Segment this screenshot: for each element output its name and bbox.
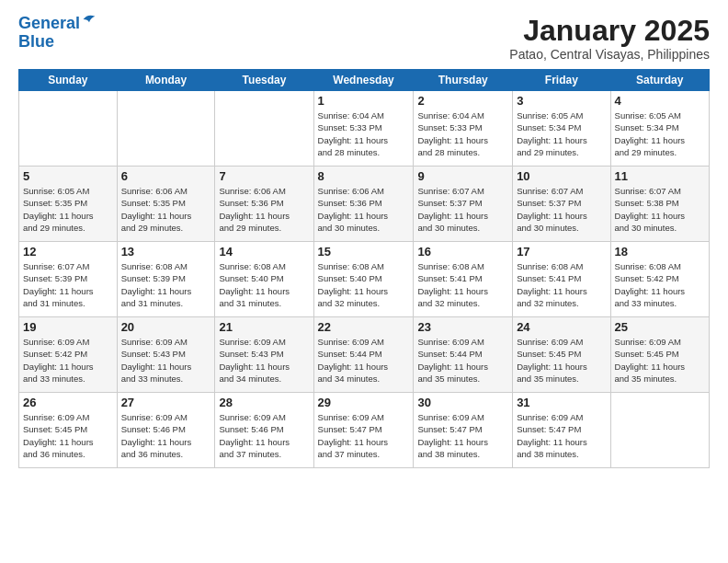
title-block: January 2025 Patao, Central Visayas, Phi… — [509, 15, 710, 62]
cell-info: Sunrise: 6:05 AM Sunset: 5:34 PM Dayligh… — [517, 109, 606, 158]
cal-cell: 30Sunrise: 6:09 AM Sunset: 5:47 PM Dayli… — [414, 393, 513, 468]
cal-cell: 19Sunrise: 6:09 AM Sunset: 5:42 PM Dayli… — [19, 317, 118, 393]
cell-info: Sunrise: 6:09 AM Sunset: 5:45 PM Dayligh… — [615, 336, 705, 385]
day-number: 6 — [121, 169, 211, 183]
header-sunday: Sunday — [19, 70, 118, 91]
cell-info: Sunrise: 6:08 AM Sunset: 5:41 PM Dayligh… — [417, 260, 508, 309]
header-monday: Monday — [117, 70, 215, 91]
cal-cell: 25Sunrise: 6:09 AM Sunset: 5:45 PM Dayli… — [610, 317, 709, 393]
week-row-3: 12Sunrise: 6:07 AM Sunset: 5:39 PM Dayli… — [19, 242, 710, 317]
week-row-1: 1Sunrise: 6:04 AM Sunset: 5:33 PM Daylig… — [19, 91, 710, 167]
day-number: 3 — [517, 94, 606, 108]
cell-info: Sunrise: 6:08 AM Sunset: 5:42 PM Dayligh… — [615, 260, 705, 309]
cell-info: Sunrise: 6:09 AM Sunset: 5:45 PM Dayligh… — [517, 336, 606, 385]
logo-text-general: General — [18, 15, 80, 33]
cell-info: Sunrise: 6:08 AM Sunset: 5:39 PM Dayligh… — [121, 260, 211, 309]
cell-info: Sunrise: 6:06 AM Sunset: 5:35 PM Dayligh… — [121, 185, 211, 234]
day-number: 13 — [121, 245, 211, 259]
cal-cell: 17Sunrise: 6:08 AM Sunset: 5:41 PM Dayli… — [513, 242, 610, 317]
cell-info: Sunrise: 6:06 AM Sunset: 5:36 PM Dayligh… — [318, 185, 410, 234]
cal-cell — [19, 91, 118, 167]
cell-info: Sunrise: 6:07 AM Sunset: 5:37 PM Dayligh… — [417, 185, 508, 234]
cal-cell: 10Sunrise: 6:07 AM Sunset: 5:37 PM Dayli… — [513, 167, 610, 242]
logo: General Blue — [18, 15, 97, 52]
cell-info: Sunrise: 6:07 AM Sunset: 5:38 PM Dayligh… — [615, 185, 705, 234]
day-number: 28 — [219, 396, 309, 409]
day-number: 16 — [417, 245, 508, 259]
cal-cell — [117, 91, 215, 167]
cell-info: Sunrise: 6:08 AM Sunset: 5:40 PM Dayligh… — [318, 260, 410, 309]
cal-cell: 14Sunrise: 6:08 AM Sunset: 5:40 PM Dayli… — [215, 242, 313, 317]
cal-cell: 8Sunrise: 6:06 AM Sunset: 5:36 PM Daylig… — [313, 167, 414, 242]
cal-cell: 1Sunrise: 6:04 AM Sunset: 5:33 PM Daylig… — [313, 91, 414, 167]
cal-cell: 28Sunrise: 6:09 AM Sunset: 5:46 PM Dayli… — [215, 393, 313, 468]
day-number: 24 — [517, 320, 606, 334]
day-number: 12 — [23, 245, 113, 259]
cell-info: Sunrise: 6:04 AM Sunset: 5:33 PM Dayligh… — [417, 109, 508, 158]
cal-cell: 5Sunrise: 6:05 AM Sunset: 5:35 PM Daylig… — [19, 167, 118, 242]
page: General Blue January 2025 Patao, Central… — [0, 0, 728, 563]
cal-cell: 29Sunrise: 6:09 AM Sunset: 5:47 PM Dayli… — [313, 393, 414, 468]
day-number: 21 — [219, 320, 309, 334]
cell-info: Sunrise: 6:05 AM Sunset: 5:34 PM Dayligh… — [615, 109, 705, 158]
cal-cell: 24Sunrise: 6:09 AM Sunset: 5:45 PM Dayli… — [513, 317, 610, 393]
day-number: 8 — [318, 169, 410, 183]
logo-text-blue: Blue — [18, 33, 97, 52]
cell-info: Sunrise: 6:09 AM Sunset: 5:44 PM Dayligh… — [417, 336, 508, 385]
day-number: 29 — [318, 396, 410, 409]
cell-info: Sunrise: 6:09 AM Sunset: 5:47 PM Dayligh… — [417, 411, 508, 460]
cal-cell: 21Sunrise: 6:09 AM Sunset: 5:43 PM Dayli… — [215, 317, 313, 393]
cal-cell: 16Sunrise: 6:08 AM Sunset: 5:41 PM Dayli… — [414, 242, 513, 317]
day-number: 1 — [318, 94, 410, 108]
cell-info: Sunrise: 6:07 AM Sunset: 5:39 PM Dayligh… — [23, 260, 113, 309]
day-number: 23 — [417, 320, 508, 334]
week-row-5: 26Sunrise: 6:09 AM Sunset: 5:45 PM Dayli… — [19, 393, 710, 468]
day-number: 11 — [615, 169, 705, 183]
cal-cell: 20Sunrise: 6:09 AM Sunset: 5:43 PM Dayli… — [117, 317, 215, 393]
week-row-4: 19Sunrise: 6:09 AM Sunset: 5:42 PM Dayli… — [19, 317, 710, 393]
day-number: 14 — [219, 245, 309, 259]
header: General Blue January 2025 Patao, Central… — [18, 15, 710, 62]
cell-info: Sunrise: 6:09 AM Sunset: 5:44 PM Dayligh… — [318, 336, 410, 385]
header-wednesday: Wednesday — [313, 70, 414, 91]
day-number: 20 — [121, 320, 211, 334]
header-row: Sunday Monday Tuesday Wednesday Thursday… — [19, 70, 710, 91]
day-number: 9 — [417, 169, 508, 183]
day-number: 15 — [318, 245, 410, 259]
cal-cell: 4Sunrise: 6:05 AM Sunset: 5:34 PM Daylig… — [610, 91, 709, 167]
header-tuesday: Tuesday — [215, 70, 313, 91]
cal-cell: 15Sunrise: 6:08 AM Sunset: 5:40 PM Dayli… — [313, 242, 414, 317]
cell-info: Sunrise: 6:09 AM Sunset: 5:43 PM Dayligh… — [219, 336, 309, 385]
day-number: 4 — [615, 94, 705, 108]
cal-cell: 7Sunrise: 6:06 AM Sunset: 5:36 PM Daylig… — [215, 167, 313, 242]
calendar-table: Sunday Monday Tuesday Wednesday Thursday… — [18, 69, 710, 468]
cell-info: Sunrise: 6:05 AM Sunset: 5:35 PM Dayligh… — [23, 185, 113, 234]
day-number: 19 — [23, 320, 113, 334]
cell-info: Sunrise: 6:09 AM Sunset: 5:42 PM Dayligh… — [23, 336, 113, 385]
cal-cell: 27Sunrise: 6:09 AM Sunset: 5:46 PM Dayli… — [117, 393, 215, 468]
cal-cell: 23Sunrise: 6:09 AM Sunset: 5:44 PM Dayli… — [414, 317, 513, 393]
cal-cell: 6Sunrise: 6:06 AM Sunset: 5:35 PM Daylig… — [117, 167, 215, 242]
cell-info: Sunrise: 6:07 AM Sunset: 5:37 PM Dayligh… — [517, 185, 606, 234]
cal-cell — [215, 91, 313, 167]
cell-info: Sunrise: 6:08 AM Sunset: 5:40 PM Dayligh… — [219, 260, 309, 309]
cell-info: Sunrise: 6:09 AM Sunset: 5:45 PM Dayligh… — [23, 411, 113, 460]
day-number: 2 — [417, 94, 508, 108]
header-friday: Friday — [513, 70, 610, 91]
day-number: 17 — [517, 245, 606, 259]
cell-info: Sunrise: 6:09 AM Sunset: 5:46 PM Dayligh… — [121, 411, 211, 460]
cell-info: Sunrise: 6:04 AM Sunset: 5:33 PM Dayligh… — [318, 109, 410, 158]
cal-cell: 9Sunrise: 6:07 AM Sunset: 5:37 PM Daylig… — [414, 167, 513, 242]
day-number: 22 — [318, 320, 410, 334]
cal-cell: 26Sunrise: 6:09 AM Sunset: 5:45 PM Dayli… — [19, 393, 118, 468]
cal-cell: 18Sunrise: 6:08 AM Sunset: 5:42 PM Dayli… — [610, 242, 709, 317]
cell-info: Sunrise: 6:08 AM Sunset: 5:41 PM Dayligh… — [517, 260, 606, 309]
calendar-subtitle: Patao, Central Visayas, Philippines — [509, 47, 710, 62]
cal-cell — [610, 393, 709, 468]
day-number: 10 — [517, 169, 606, 183]
cal-cell: 22Sunrise: 6:09 AM Sunset: 5:44 PM Dayli… — [313, 317, 414, 393]
day-number: 30 — [417, 396, 508, 409]
cal-cell: 12Sunrise: 6:07 AM Sunset: 5:39 PM Dayli… — [19, 242, 118, 317]
day-number: 26 — [23, 396, 113, 409]
cell-info: Sunrise: 6:09 AM Sunset: 5:43 PM Dayligh… — [121, 336, 211, 385]
